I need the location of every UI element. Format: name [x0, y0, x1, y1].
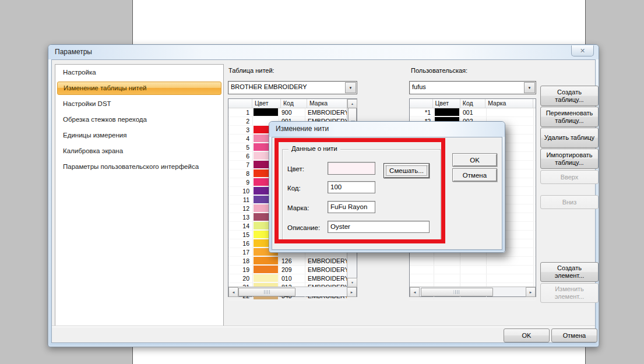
desktop: Параметры ✕ НастройкаИзменение таблицы н… [0, 0, 644, 364]
sidebar-item-4[interactable]: Единицы измерения [55, 128, 223, 143]
color-field[interactable] [328, 162, 375, 175]
column-header-code[interactable]: Код [460, 99, 485, 108]
sidebar-item-6[interactable]: Параметры пользовательского интерфейса [55, 159, 223, 175]
table-row[interactable]: *1001 [410, 108, 536, 117]
sidebar-item-1[interactable]: Изменение таблицы нитей [57, 82, 221, 95]
sidebar-item-3[interactable]: Обрезка стежков перехода [55, 112, 223, 128]
color-swatch [254, 257, 278, 264]
footer-divider [52, 326, 595, 327]
table-row[interactable] [410, 266, 536, 274]
thread-edit-titlebar[interactable]: Изменение нити [269, 122, 505, 137]
table-row[interactable] [410, 257, 536, 266]
table-row[interactable]: 18126EMBROIDERY [228, 257, 347, 266]
column-header-mark[interactable]: Марка [307, 99, 347, 108]
close-icon[interactable]: ✕ [571, 45, 594, 56]
dialog-title: Изменение нити [276, 125, 329, 133]
scroll-right-icon[interactable]: ► [526, 287, 536, 297]
settings-category-list: НастройкаИзменение таблицы нитейНастройк… [55, 64, 224, 326]
mix-button[interactable]: Смешать... [383, 163, 430, 178]
chevron-down-icon[interactable]: ▼ [345, 82, 356, 93]
dialog-cancel-button[interactable]: Отмена [452, 168, 497, 182]
window-title: Параметры [55, 48, 92, 56]
code-label: Код: [287, 185, 301, 192]
column-header-code[interactable]: Код [281, 99, 307, 108]
table-row[interactable]: 1900EMBROIDERY [228, 108, 347, 117]
user-table-header: Цвет Код Марка [410, 99, 536, 108]
mark-field[interactable]: FuFu Rayon [328, 201, 375, 213]
scrollbar-thumb[interactable] [421, 288, 493, 296]
ok-button[interactable]: OK [504, 328, 550, 342]
mark-label: Марка: [287, 204, 309, 211]
color-swatch [254, 108, 278, 116]
column-header-color[interactable]: Цвет [433, 99, 460, 108]
dialog-ok-button[interactable]: OK [452, 153, 497, 167]
parameters-titlebar[interactable]: Параметры ✕ [48, 45, 599, 59]
scroll-right-icon[interactable]: ► [347, 287, 357, 297]
sidebar-item-0[interactable]: Настройка [55, 65, 223, 80]
table-action-button-0[interactable]: Создать таблицу... [540, 86, 599, 106]
code-field[interactable]: 100 [328, 181, 375, 193]
item-action-button-0[interactable]: Создать элемент... [540, 262, 599, 282]
groupbox-label: Данные о нити [288, 145, 340, 152]
thread-table-header: Цвет Код Марка [228, 99, 347, 108]
scroll-down-icon[interactable]: ▼ [347, 278, 357, 287]
user-table-combobox-value: fufus [412, 83, 426, 90]
thread-table-combobox[interactable]: BROTHER EMBROIDERY ▼ [228, 81, 357, 94]
table-action-button-1[interactable]: Переименовать таблицу... [540, 107, 599, 127]
sidebar-item-2[interactable]: Настройки DST [55, 96, 223, 112]
color-swatch [435, 108, 459, 116]
sidebar-item-5[interactable]: Калибровка экрана [55, 143, 223, 159]
thread-table-horizontal-scrollbar[interactable]: ◄ ► [228, 287, 357, 296]
table-action-button-5[interactable]: Вниз [540, 195, 599, 209]
color-label: Цвет: [287, 165, 304, 172]
thread-edit-dialog: Изменение нити Данные о нити Цвет: Смеша… [269, 121, 505, 253]
thread-edit-client-area: Данные о нити Цвет: Смешать... Код: 100 … [272, 137, 502, 250]
description-field[interactable]: Oyster [328, 221, 430, 233]
table-row[interactable]: 20010EMBROIDERY [228, 274, 347, 283]
column-header-color[interactable]: Цвет [252, 99, 281, 108]
column-header-mark[interactable]: Марка [485, 99, 533, 108]
scrollbar-thumb[interactable] [238, 288, 295, 296]
thread-table-label: Таблица нитей: [228, 67, 275, 74]
thread-table-combobox-value: BROTHER EMBROIDERY [231, 83, 307, 90]
user-table-combobox[interactable]: fufus ▼ [409, 81, 536, 94]
user-table-horizontal-scrollbar[interactable]: ◄ ► [410, 287, 536, 296]
table-row[interactable]: 19209EMBROIDERY [228, 266, 347, 274]
description-label: Описание: [287, 224, 320, 231]
table-action-button-2[interactable]: Удалить таблицу [540, 128, 599, 148]
scroll-left-icon[interactable]: ◄ [228, 287, 238, 297]
table-row[interactable] [410, 274, 536, 283]
chevron-down-icon[interactable]: ▼ [524, 82, 535, 93]
table-action-button-4[interactable]: Вверх [540, 170, 599, 184]
cancel-button[interactable]: Отмена [551, 328, 597, 342]
color-swatch [254, 274, 278, 282]
scroll-left-icon[interactable]: ◄ [410, 287, 420, 297]
item-action-button-1[interactable]: Изменить элемент... [540, 283, 599, 303]
color-swatch [254, 266, 278, 273]
user-table-label: Пользовательская: [411, 67, 467, 74]
scroll-up-icon[interactable]: ▲ [347, 99, 357, 108]
table-action-button-3[interactable]: Импортировать таблицу... [540, 149, 599, 169]
